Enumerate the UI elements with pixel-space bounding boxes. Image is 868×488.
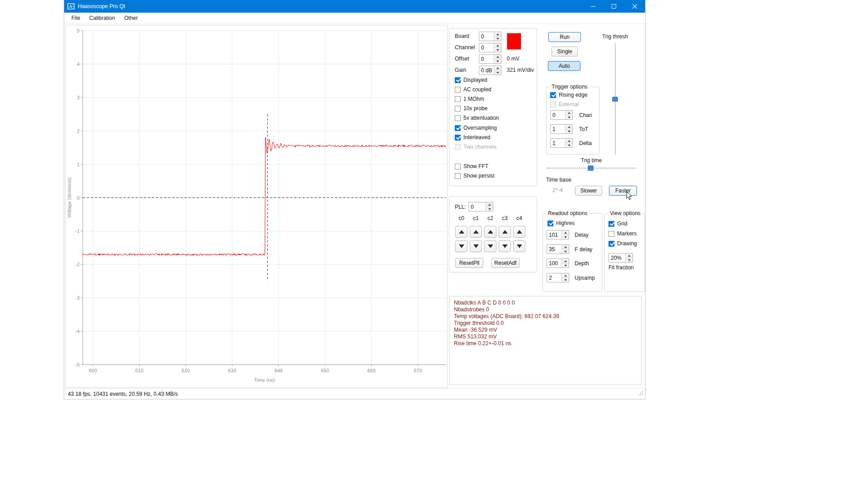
increment-button[interactable] — [494, 66, 501, 70]
increment-button[interactable] — [494, 43, 501, 47]
grid-checkbox[interactable]: Grid — [609, 221, 627, 227]
drawing-checkbox[interactable]: Drawing — [609, 240, 637, 247]
displayed-checkbox[interactable]: Displayed — [455, 77, 487, 83]
decrement-button[interactable] — [494, 70, 501, 75]
offset-value: 0 — [479, 55, 494, 63]
decrement-button[interactable] — [566, 129, 572, 133]
interleaved-checkbox[interactable]: Interleaved — [455, 134, 490, 141]
reset-pll-button[interactable]: ResetPll — [455, 258, 483, 268]
single-button[interactable]: Single — [552, 47, 578, 56]
decrement-button[interactable] — [562, 249, 569, 253]
upsamp-spinbox[interactable]: 2 — [547, 273, 569, 282]
markers-checkbox[interactable]: Markers — [609, 230, 637, 237]
menu-other[interactable]: Other — [120, 13, 142, 23]
highres-checkbox[interactable]: Highres — [547, 220, 575, 226]
two-channels-checkbox[interactable]: Two channels — [455, 144, 496, 150]
increment-button[interactable] — [494, 55, 501, 59]
checkbox-icon — [550, 102, 556, 108]
pll-down-c2-button[interactable] — [484, 240, 496, 252]
depth-spinbox[interactable]: 100 — [547, 258, 569, 268]
trig-time-slider[interactable] — [545, 165, 637, 171]
increment-button[interactable] — [562, 259, 569, 263]
run-button[interactable]: Run — [548, 32, 581, 42]
show-persist-checkbox[interactable]: Show persist — [455, 173, 495, 179]
increment-button[interactable] — [566, 111, 572, 115]
faster-button[interactable]: Faster — [609, 186, 637, 196]
checkbox-icon — [455, 125, 461, 131]
increment-button[interactable] — [486, 202, 493, 206]
slider-handle[interactable] — [612, 97, 618, 102]
decrement-button[interactable] — [494, 36, 501, 41]
decrement-button[interactable] — [562, 235, 569, 239]
external-checkbox[interactable]: External — [550, 101, 579, 108]
trigger-delta-spinbox[interactable]: 1 — [550, 138, 573, 148]
spinner-buttons — [565, 111, 572, 119]
resize-grip[interactable] — [638, 390, 644, 398]
channel-spinbox[interactable]: 0 — [479, 43, 501, 52]
trig-thresh-slider[interactable] — [612, 42, 618, 156]
decrement-button[interactable] — [494, 47, 501, 52]
pll-down-c0-button[interactable] — [455, 240, 467, 252]
gain-spinbox[interactable]: 0 dB — [479, 66, 501, 75]
channel-color-swatch[interactable] — [507, 33, 521, 50]
fdelay-label: F delay — [575, 246, 592, 253]
ten-x-probe-checkbox[interactable]: 10x probe — [455, 105, 487, 112]
title-bar[interactable]: Haasoscope Pro Qt — [64, 0, 645, 13]
board-spinbox[interactable]: 0 — [479, 32, 501, 41]
decrement-button[interactable] — [486, 206, 493, 211]
slider-handle[interactable] — [588, 165, 594, 171]
close-button[interactable] — [624, 0, 645, 13]
oscilloscope-plot[interactable]: 600610620630640650660670-5-4-3-2-1012345… — [65, 25, 448, 388]
info-line: Nbadstrobes 0 — [454, 306, 637, 313]
depth-value: 100 — [547, 259, 561, 267]
fit-fraction-spinbox[interactable]: 20% — [609, 253, 633, 263]
checkbox-icon — [609, 241, 614, 247]
minimize-button[interactable] — [583, 0, 604, 13]
time-base-label: Time base — [546, 177, 571, 183]
rising-edge-checkbox[interactable]: Rising edge — [550, 92, 587, 98]
pll-spinbox[interactable]: 0 — [468, 202, 493, 211]
auto-button[interactable]: Auto — [548, 61, 580, 71]
pll-up-c0-button[interactable] — [455, 226, 467, 238]
delay-spinbox[interactable]: 101 — [547, 230, 569, 239]
one-mohm-checkbox[interactable]: 1 MOhm — [455, 96, 484, 102]
increment-button[interactable] — [562, 230, 569, 235]
pll-down-c1-button[interactable] — [470, 240, 482, 252]
increment-button[interactable] — [494, 32, 501, 36]
decrement-button[interactable] — [626, 258, 632, 262]
increment-button[interactable] — [626, 253, 632, 258]
increment-button[interactable] — [562, 273, 569, 277]
pll-up-c1-button[interactable] — [470, 226, 482, 238]
menu-file[interactable]: File — [67, 13, 85, 23]
decrement-button[interactable] — [562, 263, 569, 267]
decrement-button[interactable] — [494, 59, 501, 63]
svg-text:650: 650 — [321, 368, 329, 373]
increment-button[interactable] — [566, 139, 572, 143]
show-fft-checkbox[interactable]: Show FFT — [455, 163, 488, 169]
menu-calibration[interactable]: Calibration — [85, 13, 119, 23]
trigger-chan-spinbox[interactable]: 0 — [550, 110, 573, 120]
pll-up-c3-button[interactable] — [499, 226, 511, 238]
depth-label: Depth — [575, 260, 589, 267]
pll-up-c2-button[interactable] — [484, 226, 496, 238]
decrement-button[interactable] — [562, 277, 569, 282]
reset-adf-button[interactable]: ResetAdf — [491, 258, 519, 268]
slower-button[interactable]: Slower — [575, 186, 602, 196]
offset-spinbox[interactable]: 0 — [479, 54, 501, 64]
oversampling-checkbox[interactable]: Oversampling — [455, 125, 497, 131]
info-line: RMS 513.032 mV — [454, 333, 637, 340]
increment-button[interactable] — [566, 125, 572, 129]
trigger-tot-spinbox[interactable]: 1 — [550, 124, 573, 134]
checkbox-label: Oversampling — [463, 125, 497, 131]
window-title: Haasoscope Pro Qt — [78, 3, 125, 9]
decrement-button[interactable] — [566, 143, 572, 147]
decrement-button[interactable] — [566, 115, 572, 119]
five-x-attenuation-checkbox[interactable]: 5x attentuation — [455, 115, 499, 121]
pll-up-c4-button[interactable] — [513, 226, 525, 238]
pll-down-c4-button[interactable] — [513, 240, 525, 252]
maximize-button[interactable] — [604, 0, 624, 13]
fdelay-spinbox[interactable]: 35 — [547, 244, 569, 254]
ac-coupled-checkbox[interactable]: AC coupled — [455, 86, 491, 93]
pll-down-c3-button[interactable] — [499, 240, 511, 252]
increment-button[interactable] — [562, 245, 569, 249]
